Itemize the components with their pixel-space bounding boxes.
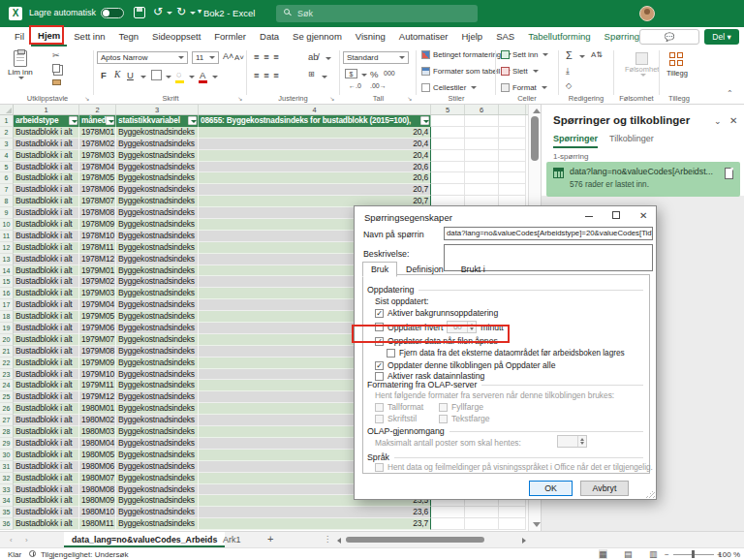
empty-cell[interactable] bbox=[499, 150, 526, 162]
cell-statistikkvariabel[interactable]: Byggekostnadsindeks bbox=[116, 299, 199, 311]
shrink-font-icon[interactable]: A˅ bbox=[234, 53, 244, 62]
cell-verdi[interactable]: 20,4 bbox=[199, 139, 431, 150]
empty-cell[interactable] bbox=[431, 115, 465, 127]
save-icon[interactable] bbox=[134, 7, 145, 18]
cell-arbeidstype[interactable]: Bustadblokk i alt bbox=[14, 426, 79, 438]
comma-style-icon[interactable]: 000 bbox=[384, 70, 395, 77]
cell-statistikkvariabel[interactable]: Byggekostnadsindeks bbox=[116, 184, 199, 196]
row-header-11[interactable]: 11 bbox=[0, 231, 14, 242]
cell-arbeidstype[interactable]: Bustadblokk i alt bbox=[14, 288, 79, 299]
table-header-cell-1[interactable]: arbeidstype bbox=[14, 115, 79, 127]
empty-cell[interactable] bbox=[499, 507, 526, 518]
empty-cell[interactable] bbox=[465, 115, 499, 127]
empty-cell[interactable] bbox=[465, 518, 499, 530]
cell-arbeidstype[interactable]: Bustadblokk i alt bbox=[14, 380, 79, 391]
row-header-27[interactable]: 27 bbox=[0, 415, 14, 426]
cell-statistikkvariabel[interactable]: Byggekostnadsindeks bbox=[116, 150, 199, 162]
cell-statistikkvariabel[interactable]: Byggekostnadsindeks bbox=[116, 311, 199, 323]
row-header-12[interactable]: 12 bbox=[0, 242, 14, 254]
cell-arbeidstype[interactable]: Bustadblokk i alt bbox=[14, 207, 79, 219]
empty-cell[interactable] bbox=[431, 162, 465, 173]
cell-statistikkvariabel[interactable]: Byggekostnadsindeks bbox=[116, 127, 199, 139]
table-header-cell-2[interactable]: måned bbox=[79, 115, 116, 127]
search-input[interactable]: Søk bbox=[276, 5, 478, 22]
cell-arbeidstype[interactable]: Bustadblokk i alt bbox=[14, 323, 79, 334]
empty-cell[interactable] bbox=[431, 518, 465, 530]
format-painter-icon[interactable] bbox=[52, 79, 61, 85]
cell-maned[interactable]: 1978M07 bbox=[79, 196, 116, 207]
table-header-cell-4[interactable]: 08655: Byggekostnadsindeks for bustadblo… bbox=[199, 115, 431, 127]
undo-dropdown-icon[interactable] bbox=[167, 12, 172, 15]
cell-verdi[interactable]: 23,6 bbox=[199, 507, 431, 518]
row-header-15[interactable]: 15 bbox=[0, 276, 14, 288]
cell-statistikkvariabel[interactable]: Byggekostnadsindeks bbox=[116, 219, 199, 231]
cell-maned[interactable]: 1979M07 bbox=[79, 334, 116, 346]
vertical-scroll-thumb[interactable] bbox=[531, 116, 539, 161]
qat-overflow-icon[interactable]: ▾ bbox=[198, 7, 202, 16]
cell-statistikkvariabel[interactable]: Byggekostnadsindeks bbox=[116, 162, 199, 173]
tab-queries[interactable]: Spørringer bbox=[553, 134, 598, 148]
ribbon-tab-sett-inn[interactable]: Sett inn bbox=[67, 28, 111, 46]
column-header-4[interactable]: 4 bbox=[199, 105, 431, 114]
row-header-1[interactable]: 1 bbox=[0, 115, 14, 127]
cell-statistikkvariabel[interactable]: Byggekostnadsindeks bbox=[116, 334, 199, 346]
filter-button[interactable] bbox=[69, 116, 78, 125]
row-header-25[interactable]: 25 bbox=[0, 391, 14, 403]
empty-cell[interactable] bbox=[499, 115, 526, 127]
cell-arbeidstype[interactable]: Bustadblokk i alt bbox=[14, 276, 79, 288]
row-header-35[interactable]: 35 bbox=[0, 507, 14, 518]
checkbox-language[interactable] bbox=[375, 463, 384, 472]
ribbon-tab-visning[interactable]: Visning bbox=[349, 28, 392, 46]
zoom-level[interactable]: 100 % bbox=[718, 550, 740, 559]
increase-decimal-icon[interactable]: ←.0 bbox=[349, 82, 361, 89]
cell-arbeidstype[interactable]: Bustadblokk i alt bbox=[14, 507, 79, 518]
pane-chevron-down-icon[interactable]: ⌄ bbox=[714, 116, 722, 126]
cell-arbeidstype[interactable]: Bustadblokk i alt bbox=[14, 196, 79, 207]
row-header-28[interactable]: 28 bbox=[0, 426, 14, 438]
cell-maned[interactable]: 1979M02 bbox=[79, 276, 116, 288]
cell-statistikkvariabel[interactable]: Byggekostnadsindeks bbox=[116, 196, 199, 207]
cell-statistikkvariabel[interactable]: Byggekostnadsindeks bbox=[116, 495, 199, 507]
row-header-22[interactable]: 22 bbox=[0, 358, 14, 369]
cell-maned[interactable]: 1980M03 bbox=[79, 426, 116, 438]
spinner-arrows[interactable] bbox=[577, 436, 586, 447]
row-header-14[interactable]: 14 bbox=[0, 265, 14, 277]
empty-cell[interactable] bbox=[431, 150, 465, 162]
scroll-up-icon[interactable] bbox=[533, 109, 541, 113]
row-header-30[interactable]: 30 bbox=[0, 450, 14, 461]
cell-arbeidstype[interactable]: Bustadblokk i alt bbox=[14, 403, 79, 415]
cell-arbeidstype[interactable]: Bustadblokk i alt bbox=[14, 139, 79, 150]
font-color-dropdown-icon[interactable] bbox=[212, 76, 218, 78]
cell-verdi[interactable]: 20,4 bbox=[199, 127, 431, 139]
cell-maned[interactable]: 1980M10 bbox=[79, 507, 116, 518]
cell-arbeidstype[interactable]: Bustadblokk i alt bbox=[14, 495, 79, 507]
tab-connections[interactable]: Tilkoblinger bbox=[609, 134, 654, 148]
page-layout-view-icon[interactable]: ▤ bbox=[624, 549, 633, 559]
row-header-20[interactable]: 20 bbox=[0, 334, 14, 346]
cell-arbeidstype[interactable]: Bustadblokk i alt bbox=[14, 172, 79, 184]
percent-icon[interactable]: % bbox=[370, 69, 378, 79]
empty-cell[interactable] bbox=[465, 127, 499, 139]
cell-statistikkvariabel[interactable]: Byggekostnadsindeks bbox=[116, 461, 199, 473]
cell-arbeidstype[interactable]: Bustadblokk i alt bbox=[14, 334, 79, 346]
ribbon-tab-hjelp[interactable]: Hjelp bbox=[454, 28, 489, 46]
row-header-17[interactable]: 17 bbox=[0, 299, 14, 311]
cell-maned[interactable]: 1979M05 bbox=[79, 311, 116, 323]
cut-icon[interactable]: ✂ bbox=[52, 50, 60, 60]
row-header-7[interactable]: 7 bbox=[0, 184, 14, 196]
cell-statistikkvariabel[interactable]: Byggekostnadsindeks bbox=[116, 323, 199, 334]
cell-maned[interactable]: 1980M04 bbox=[79, 438, 116, 450]
cell-maned[interactable]: 1978M10 bbox=[79, 231, 116, 242]
dialog-close-icon[interactable]: ✕ bbox=[639, 210, 647, 221]
row-header-23[interactable]: 23 bbox=[0, 369, 14, 381]
row-header-29[interactable]: 29 bbox=[0, 438, 14, 450]
empty-cell[interactable] bbox=[499, 518, 526, 530]
ribbon-tab-formler[interactable]: Formler bbox=[207, 28, 253, 46]
cell-styles-button[interactable]: Cellestiler bbox=[421, 83, 477, 92]
ribbon-tab-sideoppsett[interactable]: Sideoppsett bbox=[145, 28, 207, 46]
redo-dropdown-icon[interactable] bbox=[190, 12, 196, 15]
empty-cell[interactable] bbox=[465, 139, 499, 150]
filter-button[interactable] bbox=[188, 116, 197, 125]
query-card[interactable]: data?lang=no&valueCodes[Arbeidst... 576 … bbox=[546, 162, 740, 197]
column-header-6[interactable]: 6 bbox=[465, 105, 499, 114]
